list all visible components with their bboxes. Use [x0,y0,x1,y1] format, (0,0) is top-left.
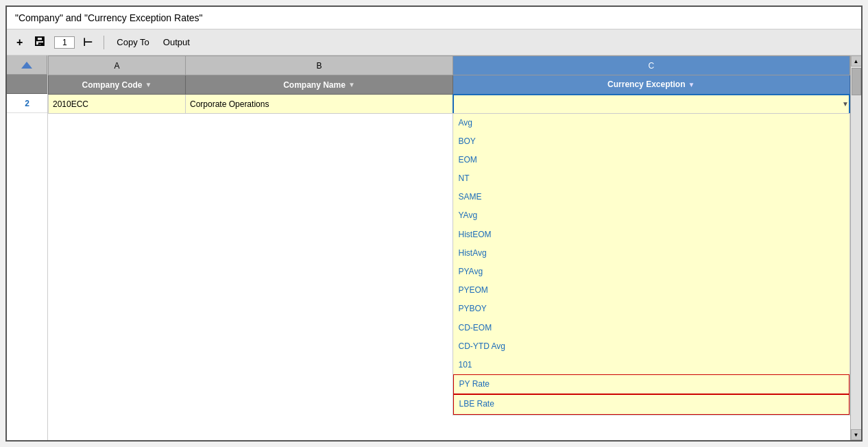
corner-triangle [21,62,32,69]
copy-to-button[interactable]: Copy To [112,36,153,49]
dropdown-item[interactable]: Avg [453,114,850,132]
currency-exception-cell[interactable]: ▼ AvgBOYEOMNTSAMEYAvgHistEOMHistAvgPYAvg… [453,95,850,114]
row-numbers: 2 [7,56,48,440]
col3-header: Currency Exception ▼ [453,75,850,95]
col-b-label: B [186,56,453,75]
col-c-label: C [453,56,850,75]
dropdown-item[interactable]: PYEOM [453,281,850,300]
page-title: "Company" and "Currency Exception Rates" [7,7,861,29]
table-row: 2010ECC Corporate Operations ▼ AvgBOYEOM… [49,95,850,114]
row-num-1: 2 [7,94,47,113]
dropdown-arrow-icon[interactable]: ▼ [842,100,849,108]
col2-dropdown-icon[interactable]: ▼ [348,81,355,88]
dropdown-item[interactable]: LBE Rate [453,394,850,414]
dropdown-list: AvgBOYEOMNTSAMEYAvgHistEOMHistAvgPYAvgPY… [453,113,851,415]
data-table: A B C Company Code ▼ [48,56,850,114]
col1-header: Company Code ▼ [49,75,186,95]
corner-cell [7,56,47,75]
dropdown-item[interactable]: CD-EOM [453,319,850,337]
scroll-up-button[interactable]: ▲ [851,56,862,67]
page-input[interactable] [54,36,75,49]
dropdown-item[interactable]: CD-YTD Avg [453,337,850,356]
grid-main: A B C Company Code ▼ [48,56,850,440]
dropdown-item[interactable]: EOM [453,151,850,169]
dropdown-item[interactable]: PY Rate [453,374,850,394]
dropdown-item[interactable]: BOY [453,132,850,151]
col1-dropdown-icon[interactable]: ▼ [145,81,152,88]
scroll-down-button[interactable]: ▼ [851,429,862,440]
row-num-header-label [7,75,47,94]
dropdown-item[interactable]: SAME [453,188,850,206]
save-button[interactable]: 🖫 [31,34,49,51]
dropdown-item[interactable]: 101 [453,356,850,374]
dropdown-item[interactable]: HistAvg [453,244,850,263]
dropdown-item[interactable]: HistEOM [453,226,850,244]
company-code-cell[interactable]: 2010ECC [49,95,186,114]
toolbar: + 🖫 ⊢ Copy To Output [7,29,861,56]
dropdown-item[interactable]: PYAvg [453,263,850,281]
dropdown-item[interactable]: NT [453,169,850,188]
col3-dropdown-icon[interactable]: ▼ [688,81,695,88]
grid: 2 A B [7,56,861,440]
scroll-thumb[interactable] [852,68,861,95]
separator [104,36,104,49]
col2-header: Company Name ▼ [186,75,453,95]
dropdown-item[interactable]: PYBOY [453,300,850,318]
add-button[interactable]: + [14,35,25,50]
dropdown-trigger[interactable]: ▼ [454,95,849,113]
dropdown-item[interactable]: YAvg [453,206,850,225]
output-button[interactable]: Output [159,36,194,49]
scrollbar[interactable]: ▲ ▼ [850,56,861,440]
nav-button[interactable]: ⊢ [80,34,95,50]
col-a-label: A [49,56,186,75]
company-name-cell[interactable]: Corporate Operations [186,95,453,114]
